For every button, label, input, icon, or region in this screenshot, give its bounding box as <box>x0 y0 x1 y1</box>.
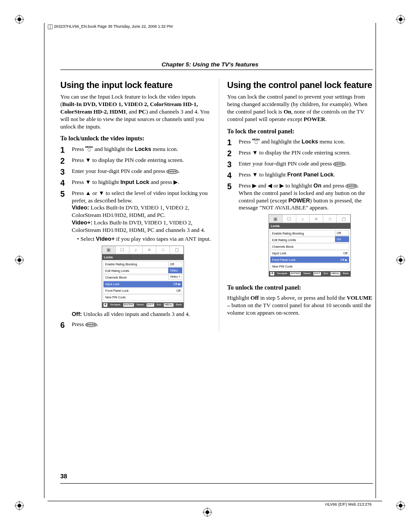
osd-row: Front Panel LockOff <box>103 288 182 294</box>
osd-tab-icon: ≡ <box>309 215 323 223</box>
footer-right-text: HLV66 (E/F) Web 213:276 <box>325 502 372 507</box>
header-rule <box>60 70 373 70</box>
osd-title: Locks <box>102 254 184 260</box>
step-text: Press MENU and highlight the Locks menu … <box>72 146 213 153</box>
osd-tab-icon: ▣ <box>269 215 283 223</box>
osd-tab-icon: ♪ <box>129 246 143 254</box>
subhead-lock-panel: To lock the control panel: <box>227 128 374 136</box>
osd-footer: ✥NavigateENTERSelectEXITExitMENUBack <box>102 302 184 308</box>
heading-panel-lock: Using the control panel lock feature <box>227 79 374 91</box>
heading-input-lock: Using the input lock feature <box>60 79 213 91</box>
osd-row: Front Panel LockOff ▶ <box>270 257 349 263</box>
intro-text: You can lock the control panel to preven… <box>227 93 374 123</box>
osd-tab-icon: ☐ <box>116 246 129 254</box>
crop-mark-icon <box>396 15 405 24</box>
osd-tab-icon: ♪ <box>296 215 310 223</box>
book-tag-text: 263237HLV66_EN.book Page 38 Thursday, Ju… <box>54 24 173 29</box>
enter-icon: ENTER <box>166 169 178 174</box>
crop-mark-icon <box>396 255 405 265</box>
footer-rule <box>60 483 373 484</box>
unlock-text: Highlight Off in step 5 above, or press … <box>227 294 374 317</box>
osd-row: Input LockOff <box>270 250 349 256</box>
osd-tab-icon: ☆ <box>156 246 170 254</box>
step-text: Enter your four-digit PIN code and press… <box>239 160 374 168</box>
osd-option: Off <box>335 230 349 236</box>
osd-screenshot-panel-lock: ▣☐♪≡☆▢LocksEnable Rating BlockingOffEdit… <box>239 214 374 277</box>
enter-icon: ENTER <box>333 162 345 166</box>
step-text: Press ▼ to highlight Input Lock and pres… <box>72 179 213 186</box>
step-text: Press ▲ or ▼ to select the level of vide… <box>72 190 213 318</box>
chapter-runner: Chapter 5: Using the TV's features <box>162 61 258 69</box>
enter-icon: ENTER <box>346 184 357 188</box>
crop-line <box>376 23 376 498</box>
step-text: Press ▼ to display the PIN code entering… <box>239 149 374 157</box>
osd-tab-icon: ≡ <box>143 246 156 254</box>
osd-option: Video <box>168 268 182 273</box>
left-column: Using the input lock feature You can use… <box>60 79 213 332</box>
steps-list: 1Press MENU and highlight the Locks menu… <box>227 138 374 279</box>
subhead-unlock-panel: To unlock the control panel: <box>227 284 374 292</box>
page-number: 38 <box>60 472 67 480</box>
osd-option: Video + <box>168 274 182 279</box>
osd-row: Channels Block <box>270 243 349 250</box>
osd-tab-icon: ☐ <box>283 215 296 223</box>
crop-line <box>44 23 44 498</box>
right-column: Using the control panel lock feature You… <box>219 79 374 332</box>
book-tag: 263237HLV66_EN.book Page 38 Thursday, Ju… <box>48 24 173 29</box>
osd-screenshot-input-lock: ▣☐♪≡☆▢LocksEnable Rating BlockingOffEdit… <box>72 246 213 308</box>
step-text: Press ENTER. <box>72 321 213 328</box>
osd-row: Input LockOff ▶ <box>103 281 182 287</box>
step-text: Press ▼ to highlight Front Panel Lock. <box>239 171 374 179</box>
osd-tab-icon: ▢ <box>337 215 350 223</box>
osd-row: New PIN Code <box>270 263 349 269</box>
book-icon <box>48 24 53 29</box>
step-text: Press ▶ and ◀ or ▶ to highlight On and p… <box>239 182 374 279</box>
menu-icon: MENU <box>252 138 260 143</box>
osd-footer: ✥NavigateENTERSelectEXITExitMENUBack <box>269 271 350 276</box>
osd-tab-icon: ▣ <box>102 246 116 254</box>
crop-mark-icon <box>203 507 212 517</box>
crop-mark-icon <box>15 501 24 510</box>
intro-text: You can use the Input Lock feature to lo… <box>60 93 213 130</box>
steps-list: 1Press MENU and highlight the Locks menu… <box>60 146 213 329</box>
step-text: Press ▼ to display the PIN code entering… <box>72 157 213 164</box>
crop-mark-icon <box>15 15 24 24</box>
osd-row: New PIN Code <box>103 294 182 301</box>
subhead-lock-video: To lock/unlock the video inputs: <box>60 135 213 143</box>
content-columns: Using the input lock feature You can use… <box>60 79 374 332</box>
step-text: Press MENU and highlight the Locks menu … <box>239 138 374 146</box>
crop-mark-icon <box>396 501 405 510</box>
step-text: Enter your four-digit PIN code and press… <box>72 168 213 175</box>
enter-icon: ENTER <box>85 323 97 327</box>
osd-title: Locks <box>269 223 350 229</box>
crop-mark-icon <box>15 255 24 265</box>
osd-tab-icon: ▢ <box>170 246 184 254</box>
footer-crop-line <box>48 501 382 501</box>
osd-option: On <box>335 236 349 242</box>
manual-page: 263237HLV66_EN.book Page 38 Thursday, Ju… <box>0 0 420 525</box>
menu-icon: MENU <box>85 146 93 151</box>
osd-tab-icon: ☆ <box>323 215 337 223</box>
osd-option: Off <box>168 261 182 267</box>
